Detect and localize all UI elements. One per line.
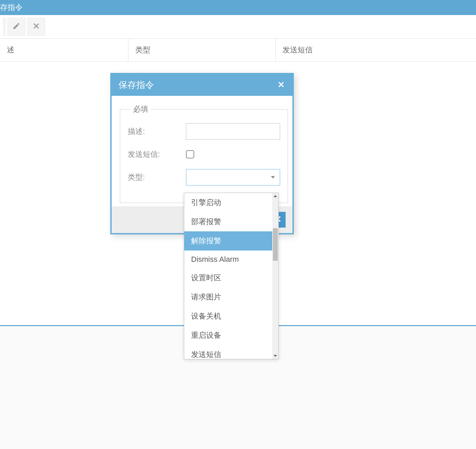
dialog-close-button[interactable] [277,81,286,90]
description-row: 描述: [128,123,280,140]
delete-button[interactable] [27,18,45,36]
description-input[interactable] [186,123,280,140]
type-row: 类型: [128,169,280,185]
edit-button[interactable] [8,18,25,36]
sms-checkbox[interactable] [186,150,194,158]
triangle-down-icon [274,355,277,357]
dropdown-option[interactable]: 发送短信 [184,345,278,359]
chevron-down-icon [271,176,275,179]
dropdown-option[interactable]: 引擎启动 [184,193,278,212]
dropdown-option[interactable]: 重启设备 [184,326,278,345]
type-select[interactable] [186,169,280,185]
content-area: 保存指令 必填 描述: 发送短信: [0,62,476,325]
dropdown-option[interactable]: 解除报警 [184,231,278,251]
close-icon [32,22,40,32]
dropdown-option[interactable]: Dismiss Alarm [184,251,278,268]
column-description[interactable]: 述 [0,39,128,61]
dropdown-option[interactable]: 请求图片 [184,287,278,307]
description-label: 描述: [128,126,186,137]
required-fieldset: 必填 描述: 发送短信: 类型: [120,104,288,203]
table-header-row: 述 类型 发送短信 [0,38,476,62]
scroll-down-button[interactable] [272,353,278,359]
dropdown-option[interactable]: 设置时区 [184,268,278,287]
sms-label: 发送短信: [128,149,186,159]
toolbar [0,15,476,38]
column-send-sms[interactable]: 发送短信 [276,39,476,61]
dialog-body: 必填 描述: 发送短信: 类型: [112,96,292,206]
page-header: 存指令 [0,0,476,15]
fieldset-legend: 必填 [130,104,151,114]
type-dropdown-list: 引擎启动部署报警解除报警Dismiss Alarm设置时区请求图片设备关机重启设… [184,193,279,359]
scroll-track[interactable] [272,199,278,353]
column-type[interactable]: 类型 [128,39,276,61]
dropdown-inner: 引擎启动部署报警解除报警Dismiss Alarm设置时区请求图片设备关机重启设… [184,193,278,359]
dropdown-option[interactable]: 设备关机 [184,307,278,326]
dropdown-scrollbar[interactable] [272,193,278,359]
close-icon [278,80,285,90]
pencil-icon [12,22,21,32]
triangle-up-icon [274,195,277,197]
dropdown-option[interactable]: 部署报警 [184,212,278,231]
type-label: 类型: [128,172,186,182]
scroll-up-button[interactable] [272,193,278,199]
page-header-title: 存指令 [0,2,23,13]
sms-row: 发送短信: [128,149,280,159]
toolbar-button-partial[interactable] [3,18,5,36]
dialog-header: 保存指令 [112,74,292,96]
dialog-title: 保存指令 [118,79,154,91]
scroll-thumb[interactable] [273,228,278,261]
